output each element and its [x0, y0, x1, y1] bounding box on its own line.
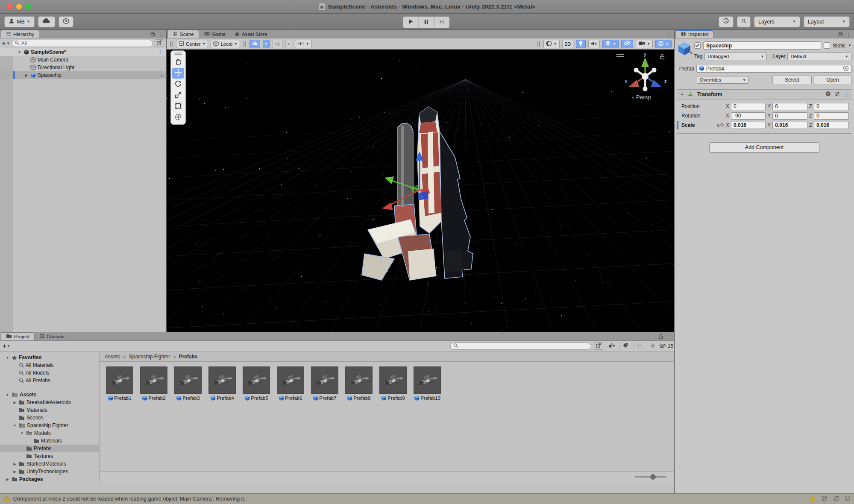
- project-tree-item[interactable]: Scenes: [0, 414, 99, 422]
- scale-tool-button[interactable]: [172, 90, 184, 101]
- visibility-gutter[interactable]: [0, 48, 13, 332]
- foldout-arrow-icon[interactable]: ▶: [24, 73, 29, 77]
- item-menu-icon[interactable]: ⋮: [158, 49, 163, 55]
- asset-item[interactable]: Prefab4: [208, 366, 236, 401]
- project-tree-item[interactable]: Materials: [0, 406, 99, 414]
- foldout-arrow-icon[interactable]: ▼: [680, 93, 684, 97]
- increment-snap-toggle[interactable]: [272, 40, 283, 48]
- pause-button[interactable]: [418, 17, 434, 28]
- toolbar-drag-handle[interactable]: [170, 41, 173, 47]
- rotation-z-field[interactable]: 0: [814, 112, 849, 120]
- scene-visibility-toggle[interactable]: [621, 40, 633, 48]
- overlay-drag-handle[interactable]: [174, 52, 182, 56]
- prefab-select-button[interactable]: Select: [772, 76, 812, 84]
- breadcrumb-segment[interactable]: Prefabs: [179, 354, 198, 360]
- create-object-button[interactable]: +▼: [2, 40, 10, 47]
- lock-icon[interactable]: [838, 31, 843, 38]
- hierarchy-item[interactable]: ▼SampleScene*⋮: [0, 48, 166, 56]
- project-tree-item[interactable]: Textures: [0, 452, 99, 460]
- camera-settings-dropdown[interactable]: ▼: [636, 40, 653, 48]
- increment-snap-menu[interactable]: ▼: [285, 40, 292, 48]
- rotation-x-field[interactable]: -90: [731, 112, 766, 120]
- hierarchy-item[interactable]: Main Camera: [0, 56, 166, 64]
- panel-menu-icon[interactable]: ⋮: [158, 32, 164, 37]
- project-tree-item[interactable]: All Materials: [0, 361, 99, 369]
- undo-history-button[interactable]: [719, 16, 734, 27]
- layers-dropdown[interactable]: Layers ▼: [754, 16, 800, 27]
- project-tree-item[interactable]: ▶BreakableAsteroids: [0, 399, 99, 406]
- prefab-object-field[interactable]: Prefab4: [696, 65, 851, 73]
- thumbnail-size-slider[interactable]: [635, 476, 666, 478]
- panel-menu-icon[interactable]: ⋮: [846, 32, 851, 37]
- tab-inspector[interactable]: Inspector: [675, 30, 713, 38]
- breadcrumb-segment[interactable]: Assets: [105, 354, 120, 360]
- asset-item[interactable]: Prefab6: [277, 366, 304, 401]
- position-y-field[interactable]: 0: [772, 103, 807, 110]
- refresh-disabled-icon[interactable]: [833, 495, 839, 503]
- toolbar-drag-handle[interactable]: [244, 41, 246, 47]
- audio-mute-toggle[interactable]: [588, 40, 600, 48]
- rotate-tool-button[interactable]: [172, 79, 184, 90]
- project-tree-item[interactable]: ▼Assets: [0, 391, 99, 399]
- project-tree-item[interactable]: ▼Favorites: [0, 354, 99, 361]
- slider-knob[interactable]: [650, 474, 656, 480]
- asset-item[interactable]: Prefab2: [140, 366, 167, 401]
- move-tool-button[interactable]: [172, 68, 184, 79]
- lock-icon[interactable]: [658, 334, 663, 340]
- component-menu-icon[interactable]: ⋮: [844, 92, 849, 97]
- global-search-button[interactable]: [737, 16, 751, 27]
- status-message[interactable]: Component at index 2 could not be loaded…: [13, 496, 245, 502]
- project-tree-item[interactable]: ▼Models: [0, 429, 99, 437]
- version-control-button[interactable]: D: [59, 16, 73, 27]
- debugger-bug-icon[interactable]: [809, 495, 816, 503]
- foldout-arrow-icon[interactable]: ▼: [20, 431, 24, 435]
- presets-icon[interactable]: [834, 91, 840, 98]
- layer-dropdown[interactable]: Default▼: [787, 53, 851, 60]
- active-checkbox[interactable]: [694, 42, 701, 49]
- activity-check-icon[interactable]: [845, 495, 851, 503]
- breadcrumb-segment[interactable]: Spaceship Fighter: [129, 354, 170, 360]
- transform-tool-button[interactable]: [172, 112, 184, 123]
- foldout-arrow-icon[interactable]: ▶: [12, 470, 17, 474]
- status-bar[interactable]: Component at index 2 could not be loaded…: [0, 493, 854, 504]
- rotation-y-field[interactable]: 0: [772, 112, 807, 120]
- scale-x-field[interactable]: 0.016: [731, 122, 766, 129]
- project-search-input[interactable]: [450, 343, 591, 350]
- cache-disabled-icon[interactable]: [821, 495, 828, 503]
- move-gizmo[interactable]: [367, 141, 436, 214]
- tab-scene[interactable]: Scene: [167, 30, 199, 38]
- 2d-mode-toggle[interactable]: 2D: [562, 40, 574, 48]
- space-mode-dropdown[interactable]: Local ▼: [211, 40, 240, 48]
- gizmo-lock-icon[interactable]: [660, 54, 665, 61]
- breadcrumb[interactable]: Assets>Spaceship Fighter>Prefabs: [100, 352, 674, 362]
- step-button[interactable]: [434, 17, 449, 28]
- effects-toggle[interactable]: ▼: [602, 40, 619, 48]
- position-x-field[interactable]: 0: [731, 103, 766, 110]
- rect-tool-button[interactable]: [172, 101, 184, 112]
- scene-viewport[interactable]: yxz ‹ Persp: [167, 50, 674, 332]
- project-tree-item[interactable]: Prefabs: [0, 445, 99, 452]
- project-tree-item[interactable]: ▼Spaceship Fighter: [0, 422, 99, 429]
- hierarchy-item[interactable]: ▶Spaceship›: [0, 71, 166, 79]
- gameobject-icon-button[interactable]: ▼: [677, 41, 692, 56]
- object-picker-icon[interactable]: [843, 65, 849, 73]
- asset-item[interactable]: Prefab9: [379, 366, 407, 401]
- filter-by-type-button[interactable]: [606, 342, 617, 350]
- help-icon[interactable]: ?: [825, 91, 831, 98]
- minimize-window-button[interactable]: [16, 4, 22, 9]
- tab-console[interactable]: Console: [35, 332, 69, 340]
- layout-dropdown[interactable]: Layout ▼: [804, 16, 850, 27]
- shading-mode-dropdown[interactable]: ▼: [543, 40, 560, 48]
- static-flags-dropdown[interactable]: ▼: [848, 44, 851, 47]
- grid-snap-toggle[interactable]: Y: [249, 40, 260, 48]
- tab-game[interactable]: Game: [199, 30, 230, 38]
- favorite-search-button[interactable]: [647, 342, 658, 350]
- hierarchy-search-input[interactable]: All: [12, 40, 153, 47]
- project-tree-item[interactable]: Materials: [0, 437, 99, 445]
- prefab-open-button[interactable]: Open: [814, 76, 851, 84]
- snap-increment-dropdown[interactable]: ▼: [295, 40, 312, 48]
- hidden-packages-toggle[interactable]: 15: [660, 342, 672, 350]
- filter-by-label-button[interactable]: [619, 342, 631, 350]
- zoom-window-button[interactable]: [26, 4, 31, 9]
- open-search-window-button[interactable]: [594, 342, 603, 350]
